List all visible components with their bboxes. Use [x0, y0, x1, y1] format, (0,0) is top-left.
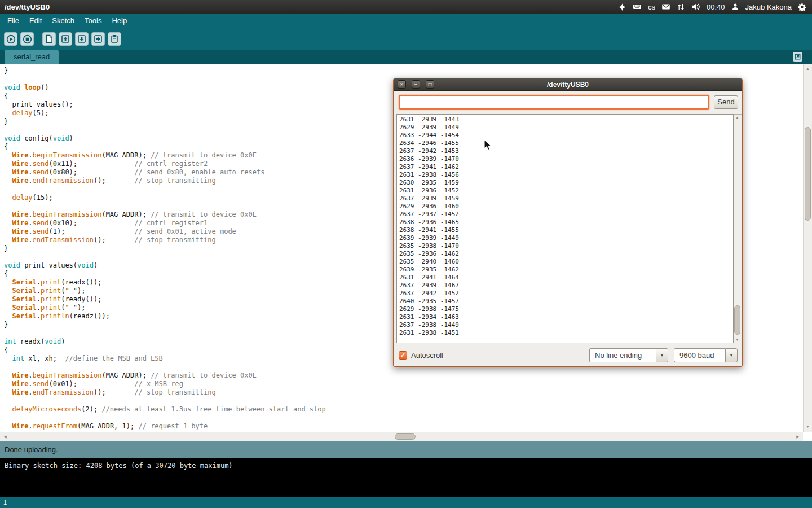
send-button[interactable]: Send — [714, 95, 738, 109]
verify-button[interactable] — [4, 32, 17, 46]
baud-value: 9600 baud — [674, 348, 725, 362]
clock[interactable]: 00:40 — [707, 3, 725, 11]
code-line — [4, 397, 803, 405]
serial-output-text: 2631 -2939 -1443 2629 -2939 -1449 2633 -… — [397, 115, 733, 338]
console-text: Binary sketch size: 4208 bytes (of a 307… — [5, 462, 807, 470]
focused-window-title: /dev/ttyUSB0 — [5, 3, 50, 11]
username[interactable]: Jakub Kakona — [745, 3, 792, 11]
system-tray: cs00:40Jakub Kakona — [618, 2, 812, 11]
scroll-left-arrow-icon[interactable]: ◀ — [1, 432, 9, 441]
serial-send-input[interactable] — [399, 95, 709, 110]
serial-monitor-body: Send 2631 -2939 -1443 2629 -2939 -1449 2… — [394, 91, 742, 366]
serial-monitor-title: /dev/ttyUSB0 — [394, 78, 742, 91]
console-output: Binary sketch size: 4208 bytes (of a 307… — [0, 458, 812, 497]
line-ending-select[interactable]: No line ending ▼ — [589, 348, 668, 362]
serial-monitor-window: ×−□ /dev/ttyUSB0 Send 2631 -2939 -1443 2… — [393, 78, 743, 367]
tab-label: serial_read — [14, 52, 50, 61]
scroll-down-arrow-icon[interactable]: ▼ — [734, 338, 741, 341]
code-line — [4, 414, 803, 422]
menubar: FileEditSketchToolsHelp — [0, 14, 812, 28]
menu-file[interactable]: File — [2, 14, 24, 28]
toolbar — [0, 28, 812, 50]
scroll-down-arrow-icon[interactable]: ▼ — [804, 423, 812, 431]
verify-icon — [6, 34, 16, 44]
check-icon: ✓ — [400, 352, 405, 358]
mail-icon[interactable] — [661, 2, 670, 11]
ubuntu-top-panel: /dev/ttyUSB0 cs00:40Jakub Kakona — [0, 0, 812, 14]
gear-icon[interactable] — [798, 3, 806, 11]
chevron-down-icon: ▼ — [656, 348, 668, 362]
menu-tools[interactable]: Tools — [80, 14, 107, 28]
footer-bar: 1 — [0, 497, 812, 508]
stop-icon — [23, 34, 32, 44]
editor-horizontal-scrollbar[interactable]: ◀ ▶ — [0, 432, 803, 441]
menu-sketch[interactable]: Sketch — [47, 14, 80, 28]
status-message: Done uploading. — [5, 445, 58, 454]
autoscroll-checkbox[interactable]: ✓ — [399, 351, 407, 360]
new-button[interactable] — [42, 32, 56, 46]
editor-vscroll-thumb[interactable] — [805, 127, 811, 221]
baud-select[interactable]: 9600 baud ▼ — [674, 348, 738, 362]
code-line: Wire.endTransmission(); // stop transmit… — [4, 388, 803, 397]
serial-output-scrollbar[interactable]: ▲ ▼ — [734, 114, 742, 343]
user-icon[interactable] — [731, 3, 739, 11]
mouse-cursor — [484, 139, 492, 151]
stop-button[interactable] — [20, 32, 34, 46]
code-line: } — [4, 67, 803, 75]
scroll-up-arrow-icon[interactable]: ▲ — [804, 65, 812, 73]
minimize-button[interactable]: − — [412, 80, 420, 89]
tab-serial-read[interactable]: serial_read — [5, 50, 59, 64]
menu-help[interactable]: Help — [107, 14, 132, 28]
scroll-right-arrow-icon[interactable]: ▶ — [794, 432, 802, 441]
serial-monitor-icon — [110, 34, 119, 43]
upload-icon — [94, 34, 103, 43]
serial-output-area[interactable]: 2631 -2939 -1443 2629 -2939 -1449 2633 -… — [396, 114, 734, 343]
editor-vertical-scrollbar[interactable]: ▲ ▼ — [803, 64, 812, 432]
new-icon — [45, 34, 54, 43]
code-line: delayMicroseconds(2); //needs at least 1… — [4, 405, 803, 414]
code-line: Wire.beginTransmission(MAG_ADDR); // tra… — [4, 371, 803, 380]
scroll-up-arrow-icon[interactable]: ▲ — [734, 116, 741, 119]
window-controls: ×−□ — [398, 80, 434, 89]
open-button[interactable] — [59, 32, 72, 46]
line-number-indicator: 1 — [3, 499, 7, 506]
volume-icon[interactable] — [691, 2, 700, 11]
line-ending-value: No line ending — [589, 348, 656, 362]
maximize-button[interactable]: □ — [426, 80, 434, 89]
chevron-down-icon: ▼ — [725, 348, 738, 362]
tab-bar: serial_read — [0, 50, 812, 64]
keyboard-layout-indicator[interactable]: cs — [648, 3, 655, 11]
status-bar: Done uploading. — [0, 441, 812, 458]
sync-arrows-icon[interactable] — [677, 3, 685, 11]
tab-menu-button[interactable] — [793, 52, 802, 62]
serial-monitor-button[interactable] — [108, 32, 121, 46]
code-line: Wire.send(0x01); // x MSB reg — [4, 380, 803, 388]
autoscroll-label: Autoscroll — [411, 351, 443, 360]
open-icon — [61, 34, 70, 43]
serial-monitor-titlebar[interactable]: ×−□ /dev/ttyUSB0 — [394, 78, 742, 91]
save-icon — [77, 34, 86, 43]
close-button[interactable]: × — [398, 80, 406, 89]
indicator-star-icon[interactable] — [618, 3, 626, 11]
serial-scroll-thumb[interactable] — [734, 305, 740, 335]
serial-options-row: ✓ Autoscroll No line ending ▼ 9600 baud … — [399, 348, 738, 362]
save-button[interactable] — [75, 32, 89, 46]
upload-button[interactable] — [91, 32, 105, 46]
code-line: Wire.requestFrom(MAG_ADDR, 1); // reques… — [4, 422, 803, 431]
keyboard-icon[interactable] — [633, 2, 642, 11]
menu-edit[interactable]: Edit — [24, 14, 47, 28]
editor-hscroll-thumb[interactable] — [395, 433, 416, 440]
